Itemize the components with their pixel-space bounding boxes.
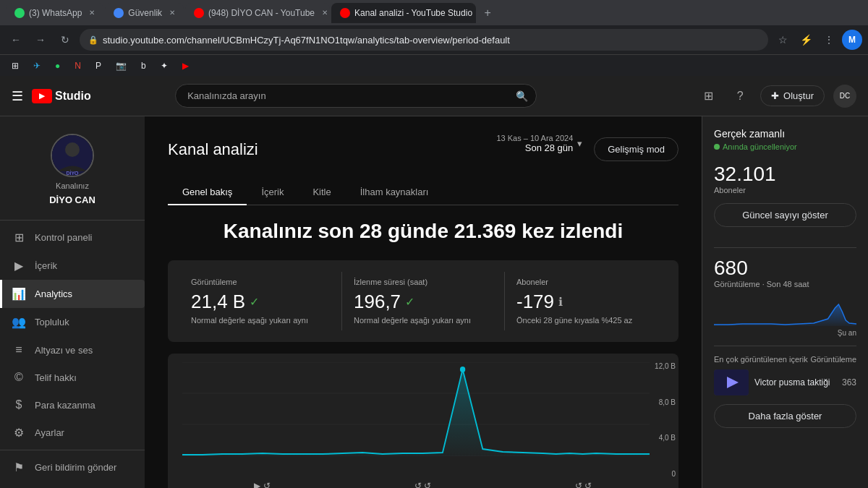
sidebar-item-monetize[interactable]: $ Para kazanma bbox=[0, 391, 145, 419]
url-text: studio.youtube.com/channel/UCBmHCzyTj-Aq… bbox=[103, 35, 510, 46]
metric-views-label: Görüntüleme bbox=[191, 278, 330, 286]
rt-divider-1 bbox=[714, 247, 856, 248]
p-icon: P bbox=[95, 61, 101, 71]
channel-avatar[interactable]: DİYO bbox=[51, 134, 94, 177]
bookmark-news[interactable]: N bbox=[69, 59, 87, 72]
more-button[interactable]: Daha fazla göster bbox=[714, 404, 856, 428]
telegram-icon: ✈ bbox=[33, 61, 41, 71]
address-field[interactable]: 🔒 studio.youtube.com/channel/UCBmHCzyTj-… bbox=[80, 29, 768, 51]
y-label-3: 12,0 B bbox=[655, 362, 676, 370]
create-button[interactable]: ✚ Oluştur bbox=[760, 85, 825, 106]
main-content: Kanal analizi 13 Kas – 10 Ara 2024 Son 2… bbox=[145, 116, 702, 488]
metric-views-value-row: 21,4 B ✓ bbox=[191, 291, 330, 313]
tab-studio[interactable]: Kanal analizi - YouTube Studio ✕ bbox=[331, 3, 476, 23]
show-count-button[interactable]: Güncel sayıyı göster bbox=[714, 203, 856, 227]
metric-subs-value-row: -179 ℹ bbox=[516, 291, 655, 313]
views-label: Görüntüleme · Son 48 saat bbox=[714, 280, 856, 288]
tab-whatsapp[interactable]: (3) WhatsApp ✕ bbox=[6, 3, 103, 23]
profile-button[interactable]: M bbox=[842, 30, 862, 50]
tab-audience[interactable]: Kitle bbox=[298, 179, 345, 205]
tab-guvenlik[interactable]: Güvenlik ✕ bbox=[105, 3, 184, 23]
bookmarks-bar: ⊞ ✈ ● N P 📷 b ✦ ▶ bbox=[0, 54, 868, 76]
tab-overview[interactable]: Genel bakış bbox=[168, 179, 247, 205]
user-avatar[interactable]: DC bbox=[833, 85, 856, 108]
tab-label-diyo: (948) DİYO CAN - YouTube bbox=[208, 8, 315, 18]
sidebar-item-analytics[interactable]: 📊 Analytics bbox=[0, 280, 145, 308]
chevron-down-icon: ▾ bbox=[577, 138, 582, 149]
bookmark-p[interactable]: P bbox=[90, 59, 107, 72]
new-tab-button[interactable]: + bbox=[477, 3, 498, 23]
analytics-icon: 📊 bbox=[12, 287, 26, 301]
yt-studio-logo[interactable]: Studio bbox=[32, 89, 91, 103]
help-icon[interactable]: ? bbox=[728, 85, 752, 108]
metric-views-icon: ✓ bbox=[250, 295, 259, 309]
chart-container: 12,0 B 8,0 B 4,0 B 0 ▶ ↺ ↺ ↺ ↺ ↺ 13 Kas … bbox=[168, 354, 678, 488]
realtime-sub-text: Anında güncelleniyor bbox=[723, 142, 797, 151]
tab-close-diyo[interactable]: ✕ bbox=[322, 9, 328, 17]
bookmark-grid[interactable]: ⊞ bbox=[6, 59, 25, 72]
bookmark-wp[interactable]: ● bbox=[49, 59, 66, 72]
yt-bookmark-icon: ▶ bbox=[182, 61, 189, 71]
hamburger-icon[interactable]: ☰ bbox=[12, 88, 23, 104]
views-col-label: Görüntüleme bbox=[810, 355, 856, 364]
content-label: İçerik bbox=[35, 260, 57, 271]
y-label-0: 0 bbox=[655, 470, 676, 478]
tab-diyo[interactable]: (948) DİYO CAN - YouTube ✕ bbox=[185, 3, 330, 23]
b5-icon: b bbox=[141, 61, 146, 71]
realtime-dot bbox=[714, 144, 720, 150]
channel-name-label: Kanalınız bbox=[56, 181, 89, 190]
analytics-label: Analytics bbox=[35, 288, 72, 299]
sidebar-item-copyright[interactable]: © Telif hakkı bbox=[0, 364, 145, 391]
bookmark-b5[interactable]: b bbox=[135, 59, 152, 72]
channel-info: DİYO Kanalınız DİYO CAN bbox=[0, 122, 145, 217]
sidebar-item-settings[interactable]: ⚙ Ayarlar bbox=[0, 419, 145, 447]
metric-subs-value: -179 bbox=[516, 291, 554, 313]
video-item[interactable]: Victor pusma taktiği 363 bbox=[714, 369, 856, 395]
sidebar-item-feedback[interactable]: ⚑ Geri bildirim gönder bbox=[0, 453, 145, 481]
y-label-2: 8,0 B bbox=[655, 398, 676, 406]
tab-label-guvenlik: Güvenlik bbox=[128, 8, 162, 18]
sidebar-item-dashboard[interactable]: ⊞ Kontrol paneli bbox=[0, 223, 145, 252]
tab-label-studio: Kanal analizi - YouTube Studio bbox=[354, 8, 472, 18]
bookmark-telegram[interactable]: ✈ bbox=[27, 59, 46, 72]
metric-views: Görüntüleme 21,4 B ✓ Normal değerle aşağ… bbox=[179, 272, 342, 330]
browser-actions: ☆ ⚡ ⋮ M bbox=[773, 30, 862, 50]
sidebar: DİYO Kanalınız DİYO CAN ⊞ Kontrol paneli… bbox=[0, 116, 145, 488]
bookmark-icon[interactable]: ☆ bbox=[773, 30, 793, 50]
subscribers-label: Aboneler bbox=[714, 186, 856, 194]
apps-icon[interactable]: ⊞ bbox=[697, 85, 720, 108]
sidebar-item-subtitles[interactable]: ≡ Altyazı ve ses bbox=[0, 336, 145, 364]
address-bar-row: ← → ↻ 🔒 studio.youtube.com/channel/UCBmH… bbox=[0, 25, 868, 54]
tab-close-whatsapp[interactable]: ✕ bbox=[89, 9, 95, 17]
search-input[interactable] bbox=[175, 84, 537, 108]
create-plus-icon: ✚ bbox=[771, 90, 779, 101]
bookmark-extra1[interactable]: ✦ bbox=[155, 59, 174, 72]
wp-icon: ● bbox=[55, 61, 60, 71]
date-range-selector[interactable]: 13 Kas – 10 Ara 2024 Son 28 gün ▾ bbox=[496, 134, 582, 153]
dashboard-label: Kontrol paneli bbox=[35, 232, 93, 243]
tab-inspiration[interactable]: İlham kaynakları bbox=[346, 179, 443, 205]
bookmark-insta[interactable]: 📷 bbox=[110, 59, 132, 72]
tab-content[interactable]: İçerik bbox=[247, 179, 298, 205]
date-range-period: Son 28 gün bbox=[496, 142, 573, 153]
svg-text:DİYO: DİYO bbox=[66, 170, 79, 176]
bookmark-yt[interactable]: ▶ bbox=[176, 59, 195, 72]
extensions-icon[interactable]: ⚡ bbox=[796, 30, 816, 50]
advanced-mode-button[interactable]: Gelişmiş mod bbox=[594, 137, 678, 161]
y-label-1: 4,0 B bbox=[655, 434, 676, 442]
tab-close-guvenlik[interactable]: ✕ bbox=[169, 9, 175, 17]
refresh-button[interactable]: ↻ bbox=[55, 30, 75, 50]
video-views: 363 bbox=[842, 377, 856, 388]
more-options-icon[interactable]: ⋮ bbox=[819, 30, 839, 50]
metric-subs: Aboneler -179 ℹ Önceki 28 güne kıyasla %… bbox=[505, 272, 667, 330]
search-icon[interactable]: 🔍 bbox=[516, 90, 528, 102]
sidebar-divider-1 bbox=[0, 220, 145, 221]
metric-subs-sub: Önceki 28 güne kıyasla %425 az bbox=[516, 316, 655, 325]
forward-button[interactable]: → bbox=[30, 30, 51, 50]
metric-watchtime-sub: Normal değerle aşağı yukarı aynı bbox=[354, 316, 493, 325]
sidebar-item-community[interactable]: 👥 Topluluk bbox=[0, 308, 145, 336]
sidebar-item-content[interactable]: ▶ İçerik bbox=[0, 252, 145, 280]
top-bar: ☰ Studio 🔍 ⊞ ? ✚ Oluştur DC bbox=[0, 76, 868, 116]
back-button[interactable]: ← bbox=[6, 30, 26, 50]
tab-icon-whatsapp bbox=[14, 8, 25, 18]
